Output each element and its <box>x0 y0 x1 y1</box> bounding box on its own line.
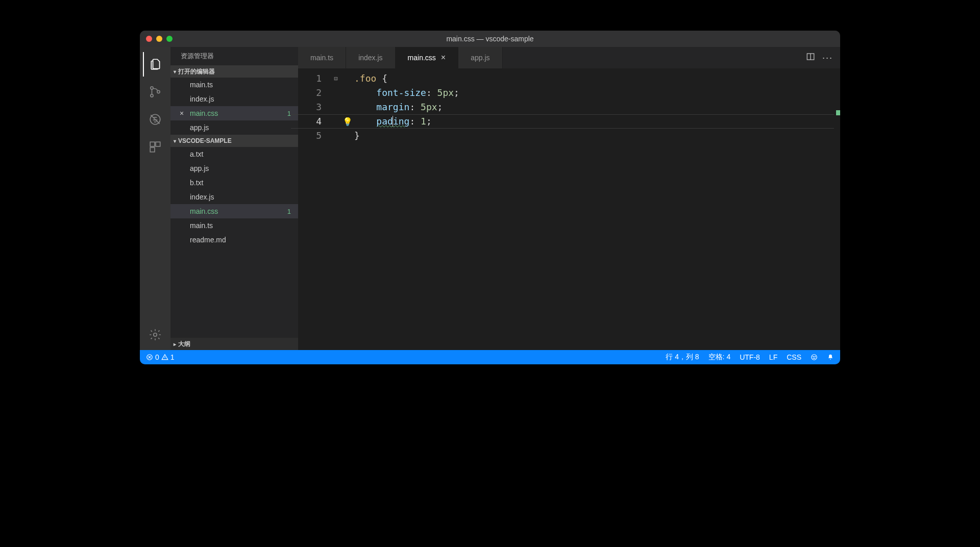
file-name: b.txt <box>190 179 203 187</box>
activity-explorer[interactable] <box>143 52 167 77</box>
warning-count: 1 <box>170 353 175 361</box>
bug-crossed-icon <box>149 113 162 126</box>
status-notifications[interactable] <box>827 354 834 361</box>
window-body: 资源管理器 ▾ 打开的编辑器 main.ts index.js × main.c… <box>140 47 840 350</box>
minimize-window-button[interactable] <box>156 36 162 42</box>
error-icon <box>146 354 153 361</box>
line-number-gutter: 1 2 3 4 5 <box>298 68 331 350</box>
svg-point-0 <box>151 87 153 89</box>
tab-label: app.js <box>471 54 489 62</box>
activity-source-control[interactable] <box>143 80 167 104</box>
svg-rect-6 <box>156 142 160 146</box>
tab-index-js[interactable]: index.js <box>346 47 395 68</box>
editor-group: main.ts index.js main.css × app.js ··· 1 <box>298 47 840 350</box>
more-actions-button[interactable]: ··· <box>822 53 833 63</box>
svg-point-15 <box>812 355 817 360</box>
open-editor-item[interactable]: index.js <box>170 92 298 106</box>
status-eol[interactable]: LF <box>769 353 777 361</box>
tab-main-css[interactable]: main.css × <box>396 47 459 68</box>
svg-point-17 <box>815 356 815 357</box>
warning-marker <box>836 110 840 115</box>
status-cursor-position[interactable]: 行 4，列 8 <box>666 353 699 362</box>
file-name: main.ts <box>190 221 213 230</box>
file-name: a.txt <box>190 150 203 158</box>
file-name: main.css <box>190 109 218 117</box>
open-editor-item[interactable]: × main.css 1 <box>170 106 298 120</box>
fold-toggle[interactable]: ⊟ <box>331 71 341 86</box>
tab-app-js[interactable]: app.js <box>458 47 502 68</box>
sidebar-title: 资源管理器 <box>170 47 298 65</box>
explorer-file[interactable]: app.js <box>170 161 298 176</box>
close-window-button[interactable] <box>146 36 152 42</box>
tab-main-ts[interactable]: main.ts <box>298 47 346 68</box>
activity-extensions[interactable] <box>143 135 167 159</box>
close-icon[interactable]: × <box>180 109 184 117</box>
status-feedback[interactable] <box>811 354 818 361</box>
file-name: readme.md <box>190 236 226 244</box>
activity-debug[interactable] <box>143 107 167 132</box>
code-content[interactable]: .foo { font-size: 5px; margin: 5px; padi… <box>354 68 834 350</box>
tab-label: main.ts <box>310 54 333 62</box>
explorer-file[interactable]: b.txt <box>170 176 298 190</box>
activity-settings[interactable] <box>143 322 167 347</box>
svg-point-16 <box>813 356 814 357</box>
overview-ruler[interactable] <box>834 68 840 350</box>
status-encoding[interactable]: UTF-8 <box>740 353 760 361</box>
open-editor-item[interactable]: app.js <box>170 120 298 135</box>
problems-badge: 1 <box>287 208 291 215</box>
close-icon[interactable]: × <box>441 53 446 62</box>
tab-label: index.js <box>358 54 382 62</box>
file-name: index.js <box>190 95 214 103</box>
svg-rect-7 <box>150 147 155 152</box>
explorer-file[interactable]: a.txt <box>170 147 298 161</box>
lightbulb-icon[interactable]: 💡 <box>342 117 353 127</box>
file-name: main.ts <box>190 81 213 89</box>
line-number: 4 <box>298 114 331 129</box>
svg-line-4 <box>151 115 159 123</box>
editor-actions: ··· <box>806 47 840 68</box>
zoom-window-button[interactable] <box>166 36 173 42</box>
chevron-right-icon: ▸ <box>174 341 176 347</box>
line-number: 1 <box>298 71 331 86</box>
open-editor-item[interactable]: main.ts <box>170 78 298 92</box>
folder-header[interactable]: ▾ VSCODE-SAMPLE <box>170 135 298 147</box>
explorer-file[interactable]: main.css 1 <box>170 204 298 218</box>
title-bar[interactable]: main.css — vscode-sample <box>140 31 840 47</box>
status-indentation[interactable]: 空格: 4 <box>708 353 731 362</box>
tab-label: main.css <box>408 54 436 62</box>
files-icon <box>149 58 162 71</box>
open-editors-header[interactable]: ▾ 打开的编辑器 <box>170 65 298 78</box>
bell-icon <box>827 354 834 361</box>
outline-header[interactable]: ▸ 大纲 <box>170 338 298 350</box>
glyph-margin: 💡 <box>341 68 354 350</box>
file-name: app.js <box>190 123 209 132</box>
file-name: app.js <box>190 164 209 172</box>
smiley-icon <box>811 354 818 361</box>
explorer-file[interactable]: index.js <box>170 190 298 204</box>
folding-gutter: ⊟ <box>331 68 341 350</box>
code-editor[interactable]: 1 2 3 4 5 ⊟ 💡 <box>298 68 840 350</box>
traffic-lights <box>140 36 173 42</box>
status-language[interactable]: CSS <box>787 353 801 361</box>
gear-icon <box>149 328 162 341</box>
warning-icon <box>161 354 168 361</box>
open-editors-label: 打开的编辑器 <box>178 67 215 76</box>
chevron-down-icon: ▾ <box>174 138 176 144</box>
activity-bar <box>140 47 170 350</box>
problems-badge: 1 <box>287 110 291 117</box>
extensions-icon <box>149 140 162 154</box>
svg-point-8 <box>154 333 157 337</box>
line-number: 3 <box>298 100 331 114</box>
svg-point-1 <box>151 94 153 97</box>
explorer-file[interactable]: readme.md <box>170 233 298 247</box>
explorer-file[interactable]: main.ts <box>170 218 298 233</box>
chevron-down-icon: ▾ <box>174 69 176 74</box>
file-name: main.css <box>190 207 218 215</box>
split-editor-button[interactable] <box>806 52 815 63</box>
error-count: 0 <box>155 353 159 361</box>
svg-point-2 <box>157 90 160 93</box>
window-title: main.css — vscode-sample <box>140 35 840 43</box>
status-problems[interactable]: 0 1 <box>146 353 175 361</box>
app-window: main.css — vscode-sample 资源管理器 <box>140 31 840 364</box>
outline-label: 大纲 <box>178 340 190 349</box>
